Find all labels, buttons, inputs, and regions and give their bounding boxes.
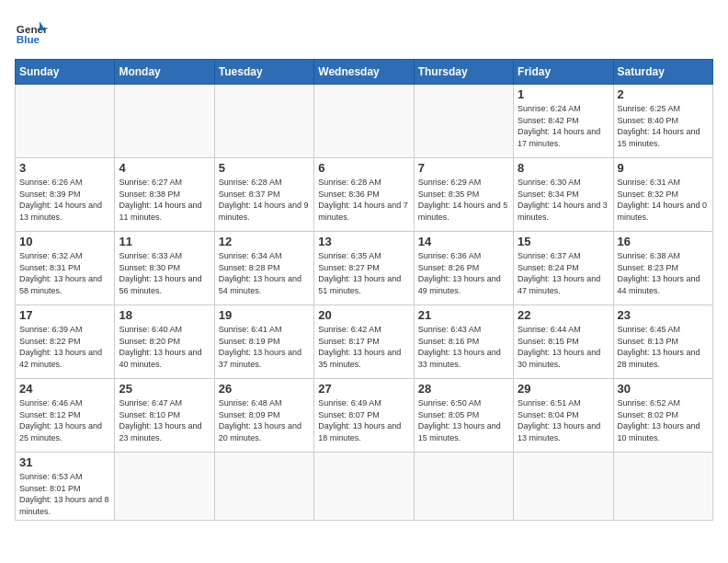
day-number: 16 xyxy=(618,235,709,248)
day-number: 21 xyxy=(418,308,509,322)
day-info: Sunrise: 6:34 AM Sunset: 8:28 PM Dayligh… xyxy=(219,250,310,296)
weekday-header: Wednesday xyxy=(314,60,414,85)
calendar-day-cell: 19Sunrise: 6:41 AM Sunset: 8:19 PM Dayli… xyxy=(214,305,313,379)
day-info: Sunrise: 6:41 AM Sunset: 8:19 PM Dayligh… xyxy=(219,324,310,370)
weekday-header-row: SundayMondayTuesdayWednesdayThursdayFrid… xyxy=(16,60,713,85)
day-number: 27 xyxy=(318,382,409,396)
day-number: 17 xyxy=(19,308,110,322)
calendar-day-cell: 7Sunrise: 6:29 AM Sunset: 8:35 PM Daylig… xyxy=(414,158,513,232)
calendar-day-cell: 16Sunrise: 6:38 AM Sunset: 8:23 PM Dayli… xyxy=(613,232,712,305)
day-info: Sunrise: 6:28 AM Sunset: 8:36 PM Dayligh… xyxy=(318,177,409,223)
calendar-day-cell: 28Sunrise: 6:50 AM Sunset: 8:05 PM Dayli… xyxy=(414,379,513,453)
calendar-week-row: 17Sunrise: 6:39 AM Sunset: 8:22 PM Dayli… xyxy=(16,305,713,379)
weekday-header: Friday xyxy=(514,60,613,85)
day-number: 26 xyxy=(219,382,310,396)
calendar-day-cell: 8Sunrise: 6:30 AM Sunset: 8:34 PM Daylig… xyxy=(514,158,613,232)
calendar-day-cell xyxy=(16,85,115,158)
day-info: Sunrise: 6:31 AM Sunset: 8:32 PM Dayligh… xyxy=(618,177,709,223)
calendar-day-cell: 23Sunrise: 6:45 AM Sunset: 8:13 PM Dayli… xyxy=(613,305,712,379)
calendar-week-row: 31Sunrise: 6:53 AM Sunset: 8:01 PM Dayli… xyxy=(16,453,713,521)
calendar-day-cell: 31Sunrise: 6:53 AM Sunset: 8:01 PM Dayli… xyxy=(16,453,115,521)
day-info: Sunrise: 6:33 AM Sunset: 8:30 PM Dayligh… xyxy=(119,250,210,296)
day-number: 6 xyxy=(318,161,409,175)
calendar-day-cell: 3Sunrise: 6:26 AM Sunset: 8:39 PM Daylig… xyxy=(16,158,115,232)
calendar-day-cell: 27Sunrise: 6:49 AM Sunset: 8:07 PM Dayli… xyxy=(314,379,414,453)
calendar-day-cell: 9Sunrise: 6:31 AM Sunset: 8:32 PM Daylig… xyxy=(613,158,712,232)
day-info: Sunrise: 6:45 AM Sunset: 8:13 PM Dayligh… xyxy=(618,324,709,370)
day-info: Sunrise: 6:38 AM Sunset: 8:23 PM Dayligh… xyxy=(618,250,709,296)
header: General Blue xyxy=(15,15,713,48)
calendar-week-row: 1Sunrise: 6:24 AM Sunset: 8:42 PM Daylig… xyxy=(16,85,713,158)
calendar-day-cell xyxy=(414,85,513,158)
calendar-day-cell: 21Sunrise: 6:43 AM Sunset: 8:16 PM Dayli… xyxy=(414,305,513,379)
weekday-header: Saturday xyxy=(613,60,712,85)
day-info: Sunrise: 6:27 AM Sunset: 8:38 PM Dayligh… xyxy=(119,177,210,223)
day-number: 15 xyxy=(518,235,609,248)
day-number: 11 xyxy=(119,235,210,248)
day-number: 29 xyxy=(518,382,609,396)
weekday-header: Tuesday xyxy=(214,60,313,85)
calendar-table: SundayMondayTuesdayWednesdayThursdayFrid… xyxy=(15,59,713,521)
calendar-day-cell xyxy=(613,453,712,521)
calendar-day-cell: 17Sunrise: 6:39 AM Sunset: 8:22 PM Dayli… xyxy=(16,305,115,379)
day-number: 20 xyxy=(318,308,409,322)
weekday-header: Thursday xyxy=(414,60,513,85)
day-info: Sunrise: 6:32 AM Sunset: 8:31 PM Dayligh… xyxy=(19,250,110,296)
calendar-day-cell: 5Sunrise: 6:28 AM Sunset: 8:37 PM Daylig… xyxy=(214,158,313,232)
day-number: 28 xyxy=(418,382,509,396)
day-info: Sunrise: 6:43 AM Sunset: 8:16 PM Dayligh… xyxy=(418,324,509,370)
calendar-day-cell xyxy=(115,453,214,521)
day-info: Sunrise: 6:25 AM Sunset: 8:40 PM Dayligh… xyxy=(618,103,709,149)
day-number: 4 xyxy=(119,161,210,175)
calendar-day-cell xyxy=(514,453,613,521)
calendar-day-cell: 25Sunrise: 6:47 AM Sunset: 8:10 PM Dayli… xyxy=(115,379,214,453)
calendar-day-cell: 29Sunrise: 6:51 AM Sunset: 8:04 PM Dayli… xyxy=(514,379,613,453)
day-info: Sunrise: 6:40 AM Sunset: 8:20 PM Dayligh… xyxy=(119,324,210,370)
day-info: Sunrise: 6:51 AM Sunset: 8:04 PM Dayligh… xyxy=(518,397,609,443)
calendar-day-cell xyxy=(115,85,214,158)
day-info: Sunrise: 6:50 AM Sunset: 8:05 PM Dayligh… xyxy=(418,397,509,443)
calendar-week-row: 3Sunrise: 6:26 AM Sunset: 8:39 PM Daylig… xyxy=(16,158,713,232)
day-info: Sunrise: 6:29 AM Sunset: 8:35 PM Dayligh… xyxy=(418,177,509,223)
weekday-header: Monday xyxy=(115,60,214,85)
calendar-day-cell: 10Sunrise: 6:32 AM Sunset: 8:31 PM Dayli… xyxy=(16,232,115,305)
day-info: Sunrise: 6:53 AM Sunset: 8:01 PM Dayligh… xyxy=(19,471,110,517)
calendar-day-cell: 1Sunrise: 6:24 AM Sunset: 8:42 PM Daylig… xyxy=(514,85,613,158)
day-number: 8 xyxy=(518,161,609,175)
calendar-day-cell: 20Sunrise: 6:42 AM Sunset: 8:17 PM Dayli… xyxy=(314,305,414,379)
svg-text:Blue: Blue xyxy=(17,33,40,45)
calendar-day-cell xyxy=(414,453,513,521)
day-number: 1 xyxy=(518,87,609,101)
calendar-day-cell: 18Sunrise: 6:40 AM Sunset: 8:20 PM Dayli… xyxy=(115,305,214,379)
calendar-day-cell: 13Sunrise: 6:35 AM Sunset: 8:27 PM Dayli… xyxy=(314,232,414,305)
day-info: Sunrise: 6:42 AM Sunset: 8:17 PM Dayligh… xyxy=(318,324,409,370)
day-info: Sunrise: 6:24 AM Sunset: 8:42 PM Dayligh… xyxy=(518,103,609,149)
calendar-week-row: 10Sunrise: 6:32 AM Sunset: 8:31 PM Dayli… xyxy=(16,232,713,305)
calendar-day-cell: 2Sunrise: 6:25 AM Sunset: 8:40 PM Daylig… xyxy=(613,85,712,158)
day-number: 2 xyxy=(618,87,709,101)
day-info: Sunrise: 6:52 AM Sunset: 8:02 PM Dayligh… xyxy=(618,397,709,443)
day-number: 31 xyxy=(19,455,110,469)
calendar-day-cell: 14Sunrise: 6:36 AM Sunset: 8:26 PM Dayli… xyxy=(414,232,513,305)
day-number: 25 xyxy=(119,382,210,396)
calendar-day-cell: 4Sunrise: 6:27 AM Sunset: 8:38 PM Daylig… xyxy=(115,158,214,232)
logo: General Blue xyxy=(15,15,48,48)
day-number: 24 xyxy=(19,382,110,396)
calendar-week-row: 24Sunrise: 6:46 AM Sunset: 8:12 PM Dayli… xyxy=(16,379,713,453)
day-number: 23 xyxy=(618,308,709,322)
calendar-day-cell: 12Sunrise: 6:34 AM Sunset: 8:28 PM Dayli… xyxy=(214,232,313,305)
day-number: 3 xyxy=(19,161,110,175)
calendar-day-cell: 22Sunrise: 6:44 AM Sunset: 8:15 PM Dayli… xyxy=(514,305,613,379)
calendar-day-cell xyxy=(214,453,313,521)
day-number: 30 xyxy=(618,382,709,396)
day-info: Sunrise: 6:37 AM Sunset: 8:24 PM Dayligh… xyxy=(518,250,609,296)
day-number: 22 xyxy=(518,308,609,322)
day-number: 14 xyxy=(418,235,509,248)
day-info: Sunrise: 6:26 AM Sunset: 8:39 PM Dayligh… xyxy=(19,177,110,223)
calendar-day-cell xyxy=(314,85,414,158)
day-number: 9 xyxy=(618,161,709,175)
day-number: 12 xyxy=(219,235,310,248)
calendar-day-cell: 15Sunrise: 6:37 AM Sunset: 8:24 PM Dayli… xyxy=(514,232,613,305)
day-number: 5 xyxy=(219,161,310,175)
calendar-day-cell: 11Sunrise: 6:33 AM Sunset: 8:30 PM Dayli… xyxy=(115,232,214,305)
